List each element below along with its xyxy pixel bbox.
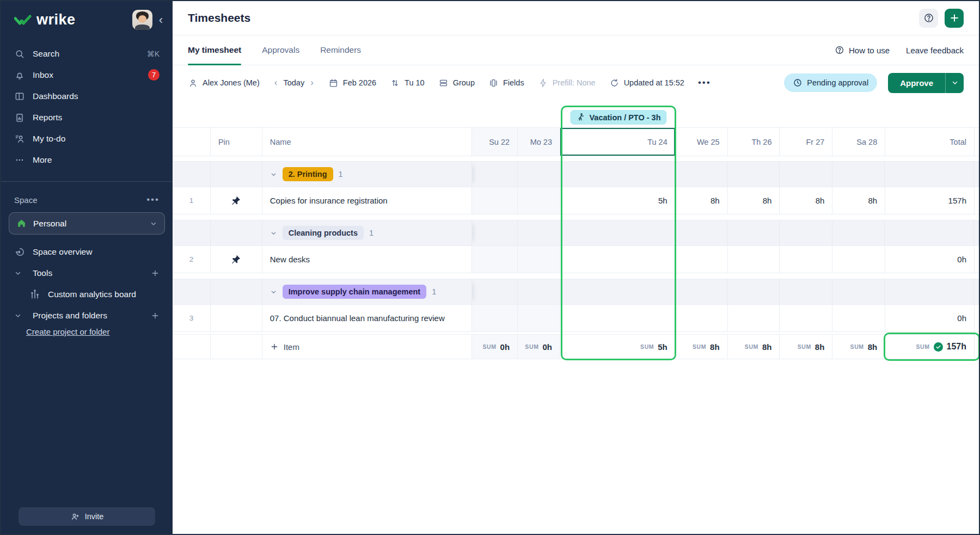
time-cell-fr27[interactable]: 8h xyxy=(780,187,832,214)
space-options-button[interactable]: ••• xyxy=(146,194,160,205)
tab-approvals[interactable]: Approvals xyxy=(262,35,299,65)
day-column-header-we25[interactable]: We 25 xyxy=(676,128,728,156)
space-selector[interactable]: Personal xyxy=(9,212,165,235)
sidebar-item-dashboards[interactable]: Dashboards xyxy=(1,85,173,107)
day-column-header-tu24-selected[interactable]: Tu 24 xyxy=(560,128,676,156)
vacation-badge-label: Vacation / PTO - 3h xyxy=(589,113,660,122)
day-column-header-sa28[interactable]: Sa 28 xyxy=(832,128,885,156)
reports-icon xyxy=(14,112,25,123)
time-cell-we25[interactable] xyxy=(676,246,728,273)
row-total: 157h xyxy=(885,187,975,214)
sort-button[interactable]: Tu 10 xyxy=(390,78,425,88)
group-badge[interactable]: 2. Printing xyxy=(283,167,333,181)
task-name[interactable]: 07. Conduct biannual lean manufacturing … xyxy=(270,313,445,323)
updated-label: Updated at 15:52 xyxy=(624,78,684,87)
user-filter-button[interactable]: Alex Jones (Me) xyxy=(188,78,260,88)
pin-icon[interactable] xyxy=(231,196,241,205)
group-count: 1 xyxy=(339,170,343,179)
tab-reminders[interactable]: Reminders xyxy=(320,35,361,65)
today-button[interactable]: Today xyxy=(283,78,304,87)
traveler-icon xyxy=(576,113,585,122)
create-new-button[interactable] xyxy=(945,9,964,28)
next-period-button[interactable]: › xyxy=(309,77,315,88)
collapse-group-icon[interactable] xyxy=(270,230,277,237)
time-cell-sa28[interactable]: 8h xyxy=(832,187,885,214)
time-cell-tu24[interactable]: 5h xyxy=(560,187,676,214)
time-cell-fr27[interactable] xyxy=(780,246,832,273)
sum-value: 8h xyxy=(868,342,878,352)
name-column-header[interactable]: Name xyxy=(262,128,472,156)
sidebar-item-reports[interactable]: Reports xyxy=(1,107,173,128)
refresh-status[interactable]: Updated at 15:52 xyxy=(609,78,684,88)
pending-approval-chip[interactable]: Pending approval xyxy=(784,73,877,92)
sidebar-item-search[interactable]: Search ⌘K xyxy=(1,43,173,64)
time-cell-su22[interactable] xyxy=(472,246,518,273)
help-button[interactable] xyxy=(919,9,938,28)
period-picker-button[interactable]: Feb 2026 xyxy=(328,78,376,88)
time-cell-th26[interactable]: 8h xyxy=(728,187,780,214)
time-cell-su22[interactable] xyxy=(472,305,518,331)
home-icon xyxy=(16,218,27,229)
sidebar-item-space-overview[interactable]: Space overview xyxy=(1,241,173,262)
day-column-header-th26[interactable]: Th 26 xyxy=(728,128,780,156)
time-cell-sa28[interactable] xyxy=(832,246,885,273)
time-cell-tu24[interactable] xyxy=(560,305,676,331)
group-button[interactable]: Group xyxy=(438,78,475,88)
time-cell-we25[interactable]: 8h xyxy=(676,187,728,214)
time-cell-fr27[interactable] xyxy=(780,305,832,331)
sidebar-item-projects-and-folders[interactable]: Projects and folders xyxy=(1,305,173,326)
sidebar-item-inbox[interactable]: Inbox 7 xyxy=(1,64,173,85)
todo-person-icon xyxy=(14,133,25,144)
group-badge[interactable]: Improve supply chain management xyxy=(283,285,427,299)
refresh-icon xyxy=(609,78,620,88)
task-name[interactable]: Copies for insurance registration xyxy=(270,196,388,205)
collapse-sidebar-button[interactable]: ‹ xyxy=(159,14,163,26)
day-column-header-mo23[interactable]: Mo 23 xyxy=(518,128,560,156)
sidebar-item-tools[interactable]: Tools xyxy=(1,262,173,284)
invite-label: Invite xyxy=(85,512,104,521)
time-cell-mo23[interactable] xyxy=(518,187,560,214)
time-cell-mo23[interactable] xyxy=(518,246,560,273)
approve-dropdown-button[interactable] xyxy=(945,73,964,93)
tab-my-timesheet[interactable]: My timesheet xyxy=(188,35,241,65)
approve-label: Approve xyxy=(900,78,933,88)
how-to-use-link[interactable]: How to use xyxy=(835,45,890,55)
total-column-header[interactable]: Total xyxy=(885,128,975,156)
user-avatar[interactable] xyxy=(132,10,152,30)
prev-period-button[interactable]: ‹ xyxy=(273,77,279,88)
sidebar-item-custom-analytics-board[interactable]: Custom analytics board xyxy=(1,284,173,305)
fields-button[interactable]: Fields xyxy=(488,78,524,88)
approve-button[interactable]: Approve xyxy=(888,73,945,93)
create-project-or-folder-link[interactable]: Create project or folder xyxy=(26,327,109,336)
tab-label: My timesheet xyxy=(188,45,241,55)
collapse-group-icon[interactable] xyxy=(270,288,277,296)
day-column-header-su22[interactable]: Su 22 xyxy=(472,128,518,156)
sidebar-item-more[interactable]: More xyxy=(1,149,173,170)
time-cell-we25[interactable] xyxy=(676,305,728,331)
task-name[interactable]: New desks xyxy=(270,255,310,264)
sum-value: 8h xyxy=(815,342,825,352)
collapse-group-icon[interactable] xyxy=(270,171,277,178)
invite-button[interactable]: Invite xyxy=(19,507,155,526)
group-count: 1 xyxy=(432,287,436,296)
add-tool-button[interactable] xyxy=(151,269,160,278)
time-cell-tu24[interactable] xyxy=(560,246,676,273)
add-item-button[interactable]: Item xyxy=(270,342,299,352)
invite-person-icon xyxy=(70,512,80,521)
day-column-header-fr27[interactable]: Fr 27 xyxy=(780,128,832,156)
group-badge[interactable]: Cleaning products xyxy=(283,226,364,240)
calendar-icon xyxy=(328,78,339,88)
prefill-button[interactable]: Prefill: None xyxy=(538,78,596,88)
time-cell-th26[interactable] xyxy=(728,246,780,273)
add-project-button[interactable] xyxy=(151,311,160,320)
leave-feedback-link[interactable]: Leave feedback xyxy=(906,46,964,55)
pin-column-header[interactable]: Pin xyxy=(211,128,262,156)
vacation-pto-badge[interactable]: Vacation / PTO - 3h xyxy=(570,110,666,125)
time-cell-su22[interactable] xyxy=(472,187,518,214)
toolbar-more-button[interactable]: ••• xyxy=(698,77,711,88)
pin-icon[interactable] xyxy=(231,255,241,264)
time-cell-th26[interactable] xyxy=(728,305,780,331)
time-cell-mo23[interactable] xyxy=(518,305,560,331)
time-cell-sa28[interactable] xyxy=(832,305,885,331)
sidebar-item-my-todo[interactable]: My to-do xyxy=(1,128,173,149)
